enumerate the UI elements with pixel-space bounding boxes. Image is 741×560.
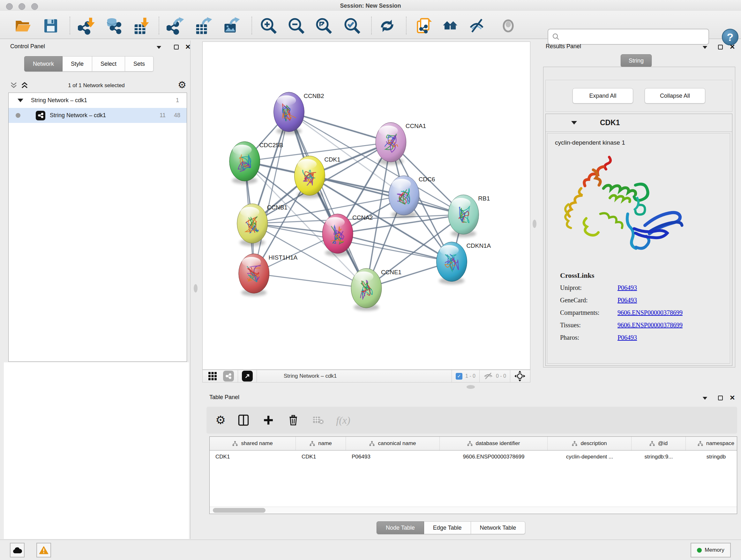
network-row[interactable]: String Network – cdk1 11 48 — [9, 108, 187, 123]
table-cell[interactable]: CDK1 — [210, 450, 296, 463]
table-options-gear-icon[interactable]: ⚙ — [215, 415, 226, 426]
zoom-out-button[interactable] — [287, 17, 306, 35]
section-expander-icon[interactable] — [571, 121, 577, 125]
float-panel-icon[interactable] — [702, 396, 708, 400]
node-table[interactable]: shared namenamecanonical namedatabase id… — [209, 436, 737, 514]
tab-style[interactable]: Style — [63, 56, 92, 71]
export-table-button[interactable] — [194, 17, 213, 35]
crosslink-link[interactable]: 9606.ENSP00000378699 — [617, 321, 683, 329]
hide-selected-button[interactable] — [468, 17, 487, 35]
column-header-description[interactable]: description — [548, 437, 631, 450]
crosslink-link[interactable]: 9606.ENSP00000378699 — [617, 309, 683, 316]
clone-network-button[interactable] — [415, 17, 434, 35]
create-column-icon[interactable] — [261, 413, 275, 427]
network-graph[interactable]: CCNB2CCNA1CDC25BCDK1CDC6RB1CCNB1CCNA2CDK… — [203, 42, 530, 369]
tab-edge-table[interactable]: Edge Table — [424, 521, 471, 534]
birdseye-grid-icon[interactable] — [208, 371, 217, 381]
maximize-panel-icon[interactable] — [718, 45, 723, 50]
save-session-button[interactable] — [42, 17, 60, 35]
collapse-all-button[interactable]: Collapse All — [645, 88, 705, 104]
column-header-shared-name[interactable]: shared name — [210, 437, 296, 450]
zoom-selected-button[interactable] — [343, 17, 361, 35]
first-neighbors-button[interactable] — [442, 17, 460, 35]
crosslink-link[interactable]: P06493 — [617, 284, 637, 292]
cloud-status-button[interactable] — [10, 543, 24, 557]
memory-button[interactable]: Memory — [690, 543, 731, 557]
edge[interactable] — [254, 273, 366, 288]
tab-sets[interactable]: Sets — [125, 56, 153, 71]
import-network-from-file-button[interactable] — [77, 17, 96, 35]
column-header-database-identifier[interactable]: database identifier — [440, 437, 548, 450]
table-cell[interactable]: stringdb:9... — [631, 450, 686, 463]
column-header-name[interactable]: name — [296, 437, 346, 450]
crosslink-link[interactable]: P06493 — [617, 334, 637, 341]
protein-node-CDKN1A[interactable]: CDKN1A — [436, 242, 491, 285]
network-options-gear-icon[interactable]: ⚙ — [178, 80, 186, 90]
crosslink-row: Compartments:9606.ENSP00000378699 — [560, 309, 683, 316]
table-cell[interactable]: CDK1 — [296, 450, 346, 463]
node-table-header: shared namenamecanonical namedatabase id… — [210, 437, 737, 450]
tab-string[interactable]: String — [621, 54, 652, 67]
open-in-new-window-icon[interactable] — [242, 371, 253, 381]
maximize-panel-icon[interactable] — [718, 395, 723, 400]
scrollbar-thumb[interactable] — [213, 508, 266, 513]
string-view-icon[interactable] — [223, 371, 234, 381]
expand-all-button[interactable]: Expand All — [572, 88, 633, 104]
column-header-canonical-name[interactable]: canonical name — [346, 437, 440, 450]
table-cell[interactable]: stringdb — [686, 450, 737, 463]
zoom-fit-content-button[interactable] — [314, 17, 333, 35]
left-splitter[interactable] — [190, 41, 191, 539]
refresh-view-icon — [379, 17, 396, 35]
protein-node-CDK1[interactable]: CDK1 — [294, 156, 340, 198]
crosslink-link[interactable]: P06493 — [617, 297, 637, 304]
tab-network[interactable]: Network — [24, 56, 63, 71]
edge[interactable] — [289, 112, 391, 142]
close-panel-icon[interactable]: ✕ — [185, 44, 191, 51]
column-header--id[interactable]: @id — [631, 437, 686, 450]
right-splitter-handle[interactable] — [533, 220, 536, 228]
open-session-button[interactable] — [13, 17, 32, 35]
zoom-in-button[interactable] — [259, 17, 278, 35]
network-edge-count: 48 — [174, 112, 180, 119]
pan-crosshair-icon[interactable] — [514, 370, 526, 382]
left-splitter-handle[interactable] — [194, 284, 198, 293]
protein-node-CCNE1[interactable]: CCNE1 — [351, 268, 401, 311]
export-image-button[interactable] — [222, 17, 241, 35]
horizontal-splitter-handle[interactable] — [467, 385, 475, 389]
network-canvas[interactable]: CCNB2CCNA1CDC25BCDK1CDC6RB1CCNB1CCNA2CDK… — [202, 42, 530, 370]
collection-expander-icon[interactable] — [17, 99, 23, 102]
export-network-button[interactable] — [166, 17, 185, 35]
table-cell[interactable]: P06493 — [346, 450, 440, 463]
refresh-view-button[interactable] — [378, 17, 397, 35]
expand-all-networks-icon[interactable] — [10, 81, 18, 90]
table-cell[interactable]: cyclin-dependent ... — [548, 450, 631, 463]
table-horizontal-scrollbar[interactable] — [210, 507, 737, 514]
float-panel-icon[interactable] — [156, 46, 162, 49]
network-collection-row[interactable]: String Network – cdk1 1 — [9, 93, 187, 108]
maximize-panel-icon[interactable] — [174, 45, 179, 50]
close-panel-icon[interactable]: ✕ — [730, 44, 735, 51]
search-input[interactable] — [562, 34, 709, 40]
show-columns-icon[interactable] — [237, 413, 251, 427]
tab-network-table[interactable]: Network Table — [471, 521, 526, 534]
protein-node-RB1[interactable]: RB1 — [448, 195, 490, 237]
gene-section-header[interactable]: CDK1 — [546, 114, 732, 132]
collapse-all-networks-icon[interactable] — [20, 81, 29, 90]
column-header-namespace[interactable]: namespace — [686, 437, 737, 450]
import-table-from-file-button[interactable] — [133, 17, 151, 35]
show-all-button[interactable] — [500, 17, 518, 35]
protein-node-CDC6[interactable]: CDC6 — [389, 176, 435, 218]
tab-node-table[interactable]: Node Table — [377, 521, 424, 534]
protein-node-CCNA1[interactable]: CCNA1 — [376, 123, 426, 165]
tab-select[interactable]: Select — [92, 56, 125, 71]
import-network-from-database-button[interactable] — [105, 17, 123, 35]
edge[interactable] — [289, 112, 366, 288]
table-cell[interactable]: 9606.ENSP00000378699 — [440, 450, 548, 463]
protein-node-HIST1H1A[interactable]: HIST1H1A — [239, 254, 298, 296]
warnings-button[interactable] — [37, 543, 51, 557]
close-panel-icon[interactable]: ✕ — [730, 394, 735, 401]
selected-nodes-checkbox-icon[interactable]: ✓ — [456, 373, 462, 380]
table-row[interactable]: CDK1CDK1P064939606.ENSP00000378699cyclin… — [210, 450, 737, 463]
delete-column-trash-icon[interactable] — [286, 413, 300, 427]
float-panel-icon[interactable] — [702, 46, 708, 49]
